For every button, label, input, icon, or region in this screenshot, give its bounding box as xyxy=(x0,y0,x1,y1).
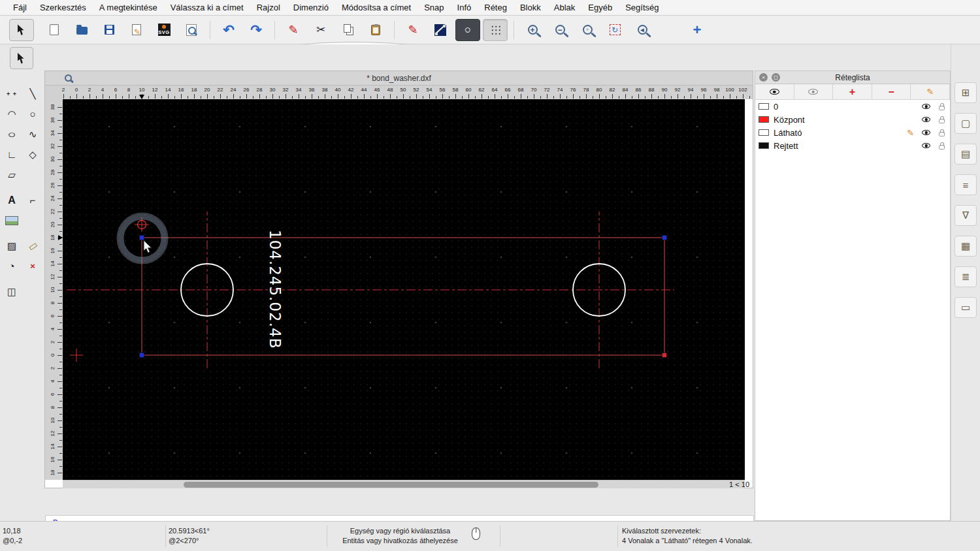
block-panel-button[interactable]: ▢ xyxy=(955,113,977,134)
menu-dimenzió[interactable]: Dimenzió xyxy=(287,3,335,12)
eye-icon xyxy=(770,89,779,95)
menu-fájl[interactable]: Fájl xyxy=(7,3,33,12)
list-panel-button[interactable]: ≡ xyxy=(955,174,977,195)
modify-tool-button[interactable]: ◔ xyxy=(1,256,22,276)
show-all-layers-button[interactable] xyxy=(755,84,794,99)
cut-button[interactable]: ✂ xyxy=(308,19,333,41)
menu-a-megtekintése[interactable]: A megtekintése xyxy=(93,3,164,12)
layer-visibility-eye-icon[interactable] xyxy=(922,143,930,148)
entity-panel-button[interactable]: ≣ xyxy=(955,266,977,287)
menu-blokk[interactable]: Blokk xyxy=(514,3,547,12)
copy-button[interactable] xyxy=(336,19,361,41)
panel-close-icon[interactable]: × xyxy=(759,73,768,82)
text-tool-button[interactable]: A xyxy=(1,190,22,210)
menu-ablak[interactable]: Ablak xyxy=(547,3,582,12)
menu-válassza-ki-a-címet[interactable]: Válassza ki a címet xyxy=(164,3,250,12)
layer-color-swatch[interactable] xyxy=(759,129,769,136)
arc-tool-button[interactable]: ◠ xyxy=(1,104,22,124)
add-layer-button[interactable]: + xyxy=(833,84,872,99)
clipboard-panel-button[interactable]: ▭ xyxy=(955,297,977,318)
pan-button[interactable]: + xyxy=(685,19,710,41)
zoom-redraw-button[interactable]: ↻ xyxy=(602,19,627,41)
pan-icon: + xyxy=(693,24,702,37)
line-attributes-icon xyxy=(434,24,446,36)
zoom-ratio-label: 1 < 10 xyxy=(704,480,749,488)
menu-segítség[interactable]: Segítség xyxy=(619,3,665,12)
redo-button[interactable]: ↷ xyxy=(244,19,269,41)
list-panel-icon: ≡ xyxy=(963,180,969,191)
snap-measure-tool-button[interactable]: × xyxy=(22,256,43,276)
menu-szerkesztés[interactable]: Szerkesztés xyxy=(33,3,93,12)
layer-visibility-eye-icon[interactable] xyxy=(922,130,930,135)
layer-row-rejtett[interactable]: Rejtett xyxy=(755,139,950,152)
new-file-button[interactable] xyxy=(42,19,67,41)
page-panel-button[interactable]: ▤ xyxy=(955,144,977,165)
polygon-tool-button[interactable]: ◇ xyxy=(22,144,43,165)
polyline-tool-button[interactable]: ∟ xyxy=(1,144,22,165)
zoom-window-button[interactable] xyxy=(657,19,682,41)
left-mouse-hint: Egység vagy régió kiválasztása xyxy=(330,526,470,536)
remove-layer-button[interactable]: − xyxy=(872,84,911,99)
save-file-button[interactable] xyxy=(97,19,122,41)
line-attributes-button[interactable] xyxy=(428,19,453,41)
zoom-out-button[interactable] xyxy=(547,19,572,41)
zoom-out-icon xyxy=(555,25,565,35)
menu-infó[interactable]: Infó xyxy=(451,3,478,12)
menu-rajzol[interactable]: Rajzol xyxy=(250,3,287,12)
window-titlebar[interactable]: * bond_washer.dxf xyxy=(45,71,753,86)
zoom-auto-button[interactable] xyxy=(575,19,600,41)
zoom-in-button[interactable] xyxy=(520,19,545,41)
dimension-tool-button[interactable]: ⌐ xyxy=(22,190,43,210)
image-tool-button[interactable] xyxy=(1,210,22,230)
zoom-previous-icon xyxy=(638,25,647,35)
menu-réteg[interactable]: Réteg xyxy=(478,3,514,12)
drawing-canvas[interactable]: 104.245.02.4B xyxy=(63,99,745,480)
print-preview-button[interactable] xyxy=(179,19,204,41)
layer-visibility-eye-icon[interactable] xyxy=(922,104,930,109)
cube-panel-button[interactable]: ⊞ xyxy=(955,82,977,103)
layer-visibility-eye-icon[interactable] xyxy=(922,117,930,122)
layer-row-0[interactable]: 0 xyxy=(755,100,950,113)
layer-lock-icon[interactable] xyxy=(939,145,945,150)
menu-egyéb[interactable]: Egyéb xyxy=(581,3,619,12)
layer-color-swatch[interactable] xyxy=(759,116,769,123)
zoom-auto-icon xyxy=(583,25,593,35)
layer-row-központ[interactable]: Központ xyxy=(755,113,950,126)
pen-attributes-button[interactable]: ✎ xyxy=(400,19,425,41)
zoom-previous-button[interactable] xyxy=(630,19,655,41)
layer-color-swatch[interactable] xyxy=(759,103,769,110)
point-tool-button[interactable]: + + xyxy=(1,84,22,104)
layer-color-swatch[interactable] xyxy=(759,142,769,149)
layer-row-látható[interactable]: Látható✎ xyxy=(755,126,950,139)
circle-tool-button[interactable]: ○ xyxy=(455,19,480,41)
mirror-tool-button[interactable]: ▱ xyxy=(1,165,22,185)
solid-3d-tool-button[interactable]: ◫ xyxy=(1,281,22,302)
filter-panel-button[interactable]: ∇ xyxy=(955,205,977,226)
scrollbar-thumb[interactable] xyxy=(184,482,598,488)
grid-toggle-button[interactable] xyxy=(483,19,508,41)
horizontal-scrollbar[interactable] xyxy=(63,480,745,488)
menubar: FájlSzerkesztésA megtekintéseVálassza ki… xyxy=(0,0,980,16)
select-button[interactable] xyxy=(9,19,34,41)
library-panel-button[interactable]: ▦ xyxy=(955,236,977,257)
paste-button[interactable] xyxy=(363,19,388,41)
menu-módosítsa-a-címet[interactable]: Módosítsa a címet xyxy=(335,3,417,12)
hide-all-layers-button[interactable] xyxy=(794,84,834,99)
undo-button[interactable]: ↶ xyxy=(216,19,241,41)
edit-file-button[interactable]: ✎ xyxy=(124,19,149,41)
layer-lock-icon[interactable] xyxy=(939,119,945,123)
open-file-button[interactable] xyxy=(69,19,94,41)
ellipse-tool-button[interactable]: ○ xyxy=(0,124,27,144)
circle-draw-tool-button[interactable]: ○ xyxy=(22,104,43,124)
draw-pencil-button[interactable]: ✎ xyxy=(281,19,306,41)
layer-lock-icon[interactable] xyxy=(939,106,945,110)
layer-lock-icon[interactable] xyxy=(939,132,945,136)
hatch-tool-button[interactable]: ▨ xyxy=(1,236,22,256)
menu-snap[interactable]: Snap xyxy=(417,3,450,12)
svg-export-button[interactable]: SVG xyxy=(152,19,176,41)
edit-layer-button[interactable]: ✎ xyxy=(911,84,950,99)
horizontal-ruler: 2024681012141618202224262830323436384042… xyxy=(45,86,753,99)
select-tool-button[interactable] xyxy=(10,47,33,69)
panel-float-icon[interactable]: ◻ xyxy=(772,73,780,82)
line-tool-button[interactable]: ╲ xyxy=(22,84,43,104)
